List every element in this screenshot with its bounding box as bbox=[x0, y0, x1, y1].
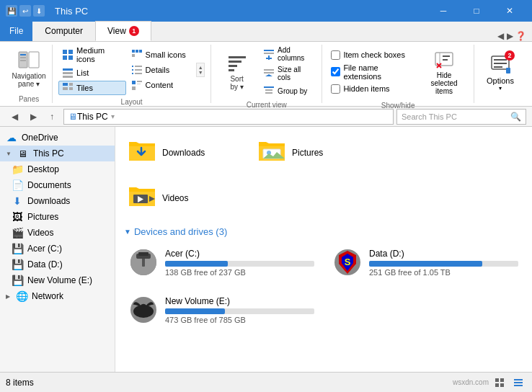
forward-button[interactable]: ▶ bbox=[25, 108, 42, 125]
hide-selected-button[interactable]: Hide selected items bbox=[420, 45, 468, 99]
svg-rect-71 bbox=[495, 378, 499, 382]
search-box[interactable]: Search This PC 🔍 bbox=[396, 109, 526, 125]
title-bar-title: This PC bbox=[55, 6, 88, 17]
search-placeholder: Search This PC bbox=[402, 112, 457, 121]
main-layout: ☁ OneDrive ▼ 🖥 This PC 📁 Desktop 📄 Docum… bbox=[0, 127, 532, 372]
save-icon[interactable]: 💾 bbox=[6, 5, 17, 17]
sidebar-group: 📁 Desktop 📄 Documents ⬇ Downloads 🖼 Pict… bbox=[6, 161, 115, 288]
folder-item-videos[interactable]: Videos bbox=[124, 178, 239, 218]
properties-icon[interactable]: ⬇ bbox=[33, 5, 45, 17]
sidebar-item-thispc[interactable]: ▼ 🖥 This PC bbox=[0, 146, 115, 161]
drives-grid: Acer (C:) 138 GB free of 237 GB bbox=[124, 243, 523, 329]
sidebar-item-documents[interactable]: 📄 Documents bbox=[6, 177, 115, 193]
svg-rect-76 bbox=[514, 382, 523, 383]
svg-rect-1 bbox=[29, 52, 39, 68]
item-checkboxes-checkbox[interactable] bbox=[331, 50, 340, 60]
drive-item-acerc[interactable]: Acer (C:) 138 GB free of 237 GB bbox=[124, 243, 319, 282]
layout-scroll[interactable]: ▲ ▼ bbox=[196, 63, 205, 77]
svg-rect-34 bbox=[264, 50, 274, 51]
address-path[interactable]: 🖥 This PC ▾ bbox=[63, 109, 394, 125]
item-count: 8 items bbox=[6, 378, 34, 388]
close-button[interactable]: ✕ bbox=[493, 0, 526, 22]
folder-item-pictures[interactable]: Pictures bbox=[254, 133, 369, 172]
layout-items: Medium icons List Tiles bbox=[58, 45, 205, 95]
sidebar-item-acerc[interactable]: 💾 Acer (C:) bbox=[6, 241, 115, 257]
drive-item-newvolume[interactable]: New Volume (E:) 473 GB free of 785 GB bbox=[124, 290, 319, 329]
tiles-btn[interactable]: Tiles bbox=[58, 81, 126, 95]
tab-view[interactable]: View 1 bbox=[95, 21, 151, 41]
tab-file[interactable]: File bbox=[0, 21, 32, 41]
nav-pane-button[interactable]: Navigationpane ▾ bbox=[7, 47, 50, 90]
nav-pane-icon bbox=[17, 49, 40, 72]
svg-rect-38 bbox=[264, 69, 274, 71]
list-btn[interactable]: List bbox=[58, 66, 126, 80]
show-hide-section: Item check boxes File name extensions Hi… bbox=[322, 45, 474, 103]
sort-icon bbox=[226, 52, 249, 75]
svg-rect-4 bbox=[20, 60, 26, 61]
svg-rect-5 bbox=[63, 50, 67, 54]
devices-section: ▼ Devices and drives (3) bbox=[124, 226, 523, 329]
sidebar-item-downloads[interactable]: ⬇ Downloads bbox=[6, 193, 115, 209]
sidebar-item-desktop[interactable]: 📁 Desktop bbox=[6, 161, 115, 177]
file-extensions-row[interactable]: File name extensions bbox=[328, 63, 414, 81]
folder-videos-label: Videos bbox=[162, 193, 188, 203]
svg-rect-23 bbox=[135, 69, 142, 71]
medium-icons-icon bbox=[62, 49, 74, 61]
back-button[interactable]: ◀ bbox=[6, 108, 23, 125]
small-icons-btn[interactable]: Small icons bbox=[128, 48, 195, 62]
details-btn[interactable]: Details bbox=[128, 63, 195, 77]
small-icons-label: Small icons bbox=[146, 50, 186, 59]
tiles-icon bbox=[62, 82, 74, 94]
group-by-btn[interactable]: Group by bbox=[260, 84, 316, 98]
nav-pane-label: Navigationpane ▾ bbox=[12, 72, 45, 88]
folder-downloads-label: Downloads bbox=[162, 148, 205, 158]
content-btn[interactable]: Content bbox=[128, 78, 195, 92]
view-toggle-tiles[interactable] bbox=[492, 375, 507, 391]
svg-rect-9 bbox=[63, 68, 73, 71]
medium-icons-btn[interactable]: Medium icons bbox=[58, 45, 126, 65]
drive-item-datad[interactable]: S Data (D:) 251 GB free of 1.05 TB bbox=[328, 243, 523, 282]
sort-by-button[interactable]: Sortby ▾ bbox=[217, 46, 257, 97]
add-col-icon bbox=[263, 48, 275, 60]
sidebar-item-newvolume[interactable]: 💾 New Volume (E:) bbox=[6, 272, 115, 288]
hidden-items-row[interactable]: Hidden items bbox=[328, 84, 414, 94]
tab-computer[interactable]: Computer bbox=[32, 21, 95, 41]
sidebar-item-network[interactable]: ▶ 🌐 Network bbox=[0, 288, 115, 304]
devices-header[interactable]: ▼ Devices and drives (3) bbox=[124, 226, 523, 237]
add-column-btn[interactable]: Add columns bbox=[260, 45, 316, 63]
network-arrow: ▶ bbox=[6, 293, 10, 300]
scroll-up-icon: ▲ bbox=[198, 65, 203, 70]
up-button[interactable]: ↑ bbox=[43, 108, 61, 125]
drive-newvolume-info: New Volume (E:) 473 GB free of 785 GB bbox=[165, 296, 314, 324]
svg-rect-26 bbox=[132, 81, 136, 84]
sidebar-item-videos[interactable]: 🎬 Videos bbox=[6, 225, 115, 241]
undo-icon[interactable]: ↩ bbox=[19, 5, 31, 17]
folder-item-downloads[interactable]: Downloads bbox=[124, 133, 239, 172]
view-toggle-list[interactable] bbox=[510, 375, 526, 391]
item-checkboxes-row[interactable]: Item check boxes bbox=[328, 50, 414, 61]
svg-rect-35 bbox=[264, 53, 274, 54]
svg-rect-39 bbox=[264, 72, 274, 74]
sidebar-item-datad[interactable]: 💾 Data (D:) bbox=[6, 257, 115, 272]
downloads-label: Downloads bbox=[27, 196, 70, 206]
downloads-icon: ⬇ bbox=[12, 195, 23, 207]
thispc-icon: 🖥 bbox=[17, 148, 29, 159]
file-extensions-checkbox[interactable] bbox=[331, 67, 340, 76]
options-button[interactable]: 2 Options ▾ bbox=[480, 50, 520, 95]
address-bar: ◀ ▶ ↑ 🖥 This PC ▾ Search This PC 🔍 bbox=[0, 107, 532, 127]
folders-row-1: Downloads Pictures bbox=[124, 133, 523, 172]
show-hide-label: Show/hide bbox=[328, 99, 468, 110]
svg-rect-27 bbox=[137, 81, 142, 82]
ribbon-tabs: File Computer View 1 ◀ ▶ ❓ bbox=[0, 22, 532, 42]
hidden-items-checkbox[interactable] bbox=[331, 84, 340, 94]
sidebar-item-onedrive[interactable]: ☁ OneDrive bbox=[0, 130, 115, 146]
minimize-button[interactable]: ─ bbox=[427, 0, 460, 22]
panes-items: Navigationpane ▾ bbox=[7, 45, 50, 92]
address-dropdown-arrow: ▾ bbox=[111, 112, 115, 120]
svg-rect-31 bbox=[229, 61, 241, 63]
sidebar-item-pictures[interactable]: 🖼 Pictures bbox=[6, 209, 115, 225]
size-all-btn[interactable]: Size all cols bbox=[260, 64, 316, 83]
details-icon bbox=[131, 64, 143, 76]
maximize-button[interactable]: □ bbox=[460, 0, 493, 22]
svg-rect-25 bbox=[135, 73, 142, 74]
